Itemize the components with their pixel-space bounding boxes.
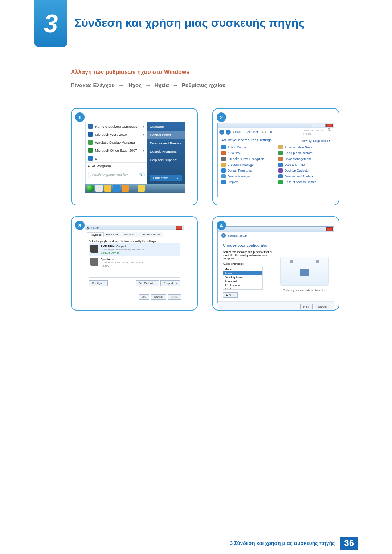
chevron-right-icon: ▸ — [177, 176, 179, 180]
cp-link[interactable]: Display — [221, 180, 273, 184]
maximize-button[interactable] — [319, 124, 326, 127]
tab-playback[interactable]: Playback — [87, 232, 104, 237]
cp-link[interactable]: Credential Manager — [221, 163, 273, 167]
item-label: Microsoft Word 2010 — [95, 132, 127, 136]
cp-link[interactable]: Device Manager — [221, 174, 273, 178]
step-number-badge: 3 — [75, 221, 85, 230]
taskbar-icon[interactable] — [122, 185, 129, 192]
cp-link[interactable]: Default Programs — [221, 168, 273, 173]
speaker-diagram[interactable] — [280, 257, 329, 286]
cancel-button[interactable]: Cancel — [315, 304, 330, 309]
speaker-right-icon[interactable] — [316, 260, 319, 263]
footer-text: 3 Σύνδεση και χρήση μιας συσκευής πηγής — [230, 540, 335, 546]
taskbar[interactable] — [85, 184, 185, 193]
ok-button[interactable]: OK — [139, 294, 150, 300]
color-icon — [278, 157, 283, 161]
close-button[interactable] — [326, 124, 333, 127]
start-right-item[interactable]: Help and Support — [147, 156, 185, 164]
speaker-icon: 🔊 — [86, 226, 90, 230]
bitlocker-icon — [221, 157, 226, 161]
option[interactable]: 3.1 Surround — [223, 283, 262, 287]
credential-icon — [221, 163, 226, 167]
arrow-icon: → — [118, 82, 124, 88]
option[interactable]: Mono — [223, 267, 262, 271]
device-item[interactable]: Speakers Conexant 20671 SmartAudio HD Re… — [89, 256, 180, 269]
start-orb-icon[interactable] — [87, 185, 94, 192]
start-menu-item[interactable]: s — [86, 154, 147, 162]
option[interactable]: Surround — [223, 279, 262, 283]
start-right-item[interactable]: Default Programs — [147, 147, 185, 156]
all-programs[interactable]: ▸All Programs — [86, 163, 147, 169]
speaker-left-icon[interactable] — [290, 260, 293, 263]
back-button[interactable]: ‹ — [221, 233, 226, 238]
taskbar-icon[interactable] — [113, 185, 120, 192]
audio-channels-list[interactable]: Mono Stereo Quadraphonic Surround 3.1 Su… — [223, 267, 263, 290]
start-right-item[interactable]: Devices and Printers — [147, 139, 185, 147]
start-menu-item[interactable]: Microsoft Word 2010▸ — [86, 130, 147, 138]
start-menu-item[interactable]: Remote Desktop Connection▸ — [86, 122, 147, 130]
tab-recording[interactable]: Recording — [103, 232, 122, 237]
page-footer: 3 Σύνδεση και χρήση μιας συσκευής πηγής … — [230, 537, 358, 550]
taskbar-icon[interactable] — [95, 185, 103, 192]
apply-button[interactable]: Apply — [168, 294, 181, 300]
taskbar-icon[interactable] — [104, 185, 111, 192]
step-panels: 1 Remote Desktop Connection▸ Microsoft W… — [71, 108, 339, 311]
item-label: s — [95, 156, 97, 160]
properties-button[interactable]: Properties — [160, 280, 180, 286]
display-icon — [221, 180, 226, 184]
playback-device-list[interactable]: AMD HDMI Output AMD High Definition Audi… — [89, 243, 180, 278]
view-by-dropdown[interactable]: View by: Large icons ▾ — [301, 139, 330, 143]
step-number-badge: 1 — [75, 112, 85, 122]
explorer-address-bar[interactable]: ‹ › « Cont... » All Cont... » ▾ ↻ Search… — [218, 128, 334, 136]
set-default-button[interactable]: Set Default ▾ — [136, 280, 159, 286]
window-titlebar[interactable] — [218, 227, 334, 232]
cp-link[interactable]: AutoPlay — [221, 151, 273, 155]
back-button[interactable]: ‹ — [219, 130, 224, 135]
cp-link[interactable]: Action Center — [221, 145, 273, 149]
test-button[interactable]: ▶ Test — [223, 292, 238, 298]
shutdown-button[interactable]: Shut down▸ — [149, 175, 183, 181]
forward-button[interactable]: › — [226, 130, 231, 135]
cp-search-input[interactable]: Search Control Panel 🔍 — [302, 128, 332, 136]
control-panel-window[interactable]: ‹ › « Cont... » All Cont... » ▾ ↻ Search… — [217, 123, 334, 197]
cp-link[interactable]: Date and Time — [278, 163, 330, 167]
start-right-item-control-panel[interactable]: Control Panel — [147, 131, 185, 139]
taskbar-icon[interactable] — [138, 185, 145, 192]
instruction-text: Select a playback device below to modify… — [89, 239, 180, 243]
search-icon: 🔍 — [138, 173, 142, 176]
cp-link[interactable]: Backup and Restore — [278, 151, 330, 155]
start-menu-item[interactable]: Wireless Display Manager — [86, 138, 147, 146]
start-right-item[interactable]: Computer — [147, 122, 185, 131]
cp-link[interactable]: Administrative Tools — [278, 145, 330, 149]
search-icon: 🔍 — [328, 128, 331, 132]
option[interactable]: 5.1 Surround — [223, 287, 262, 290]
start-menu-item[interactable]: Microsoft Office Excel 2007▸ — [86, 146, 147, 154]
close-button[interactable] — [176, 226, 182, 230]
option-selected[interactable]: Stereo — [223, 271, 262, 275]
cp-link[interactable]: Desktop Gadgets — [278, 168, 330, 173]
cp-link[interactable]: Color Management — [278, 157, 330, 161]
speaker-setup-dialog[interactable]: ‹ Speaker Setup Choose your configuratio… — [217, 226, 334, 303]
sound-dialog[interactable]: 🔊Sound Playback Recording Sounds Communi… — [85, 225, 184, 305]
flag-icon — [221, 145, 226, 149]
bc-item: Πίνακας Ελέγχου — [71, 82, 115, 88]
close-button[interactable] — [326, 227, 333, 231]
item-label: All Programs — [92, 164, 111, 168]
cp-link[interactable]: BitLocker Drive Encryption — [221, 157, 273, 161]
window-titlebar[interactable] — [218, 123, 334, 128]
cp-link[interactable]: Devices and Printers — [278, 174, 330, 178]
next-button[interactable]: Next — [300, 304, 313, 309]
device-item[interactable]: AMD HDMI Output AMD High Definition Audi… — [89, 243, 180, 256]
tab-communications[interactable]: Communications — [136, 232, 163, 237]
minimize-button[interactable] — [312, 124, 318, 127]
cp-link[interactable]: Ease of Access Center — [278, 180, 330, 184]
cancel-button[interactable]: Cancel — [151, 294, 166, 300]
step-number-badge: 2 — [217, 112, 226, 122]
cp-items-grid: Action Center Administrative Tools AutoP… — [221, 145, 330, 184]
option[interactable]: Quadraphonic — [223, 275, 262, 279]
tab-sounds[interactable]: Sounds — [122, 232, 136, 237]
start-menu[interactable]: Remote Desktop Connection▸ Microsoft Wor… — [85, 122, 185, 184]
start-search-input[interactable]: Search programs and files 🔍 — [88, 172, 145, 178]
configure-button[interactable]: Configure — [89, 280, 108, 286]
chapter-badge: 3 — [34, 0, 67, 47]
